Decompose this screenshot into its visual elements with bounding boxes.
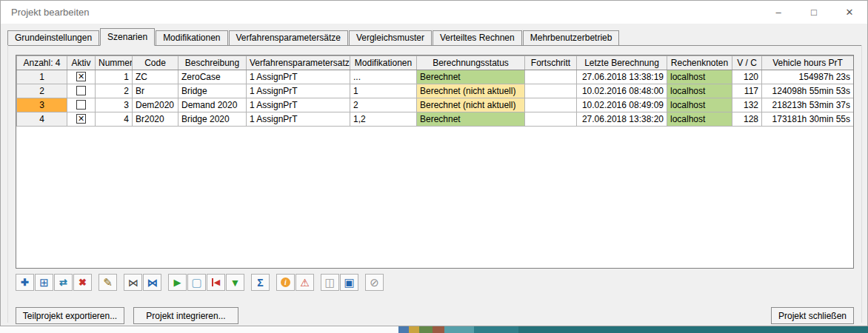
procedure-params-cell[interactable]: 1 AssignPrT [247,70,350,84]
info-icon: i [281,278,290,287]
description-cell[interactable]: ZeroCase [178,70,247,84]
reset-button[interactable]: ◀ [207,274,225,291]
number-cell[interactable]: 3 [96,98,133,112]
stop-button[interactable]: ▢ [187,274,206,291]
active-checkbox[interactable]: ✕ [76,100,86,110]
title-bar[interactable]: Projekt bearbeiten – □ ✕ [1,1,867,24]
last-calc-cell[interactable]: 27.06.2018 13:38:20 [577,112,667,127]
code-cell[interactable]: Br [133,84,178,98]
add-multi-button[interactable]: ⊞ [35,274,53,291]
compare-outline-button[interactable]: ⋈ [124,274,142,291]
compute-node-cell[interactable]: localhost [667,70,732,84]
description-cell[interactable]: Bridge [178,84,247,98]
warning-button[interactable]: ⚠ [296,274,314,291]
column-header-aktiv[interactable]: Aktiv [67,56,96,70]
column-header-modifikationen[interactable]: Modifikationen [350,56,417,70]
tab-mehrbenutzerbetrieb[interactable]: Mehrbenutzerbetrieb [523,30,620,45]
description-cell[interactable]: Bridge 2020 [178,112,247,127]
status-cell[interactable]: Berechnet (nicht aktuell) [417,84,525,98]
modifications-cell[interactable]: 1 [350,84,417,98]
tab-grundeinstellungen[interactable]: Grundeinstellungen [7,30,99,45]
column-header-vehicle-hours[interactable]: Vehicle hours PrT [762,56,854,70]
column-header-beschreibung[interactable]: Beschreibung [178,56,247,70]
progress-cell[interactable] [525,70,577,84]
description-cell[interactable]: Demand 2020 [178,98,247,112]
progress-cell[interactable] [525,112,577,127]
status-cell[interactable]: Berechnet [417,70,525,84]
compare-filled-button[interactable]: ⋈ [143,274,161,291]
vehicle-hours-cell[interactable]: 124098h 55min 53s [762,84,854,98]
load-result-button[interactable]: ▼ [226,274,244,291]
row-number-cell[interactable]: 4 [17,112,67,127]
code-cell[interactable]: Br2020 [133,112,178,127]
active-checkbox[interactable]: ✕ [76,114,86,124]
number-cell[interactable]: 4 [96,112,133,127]
progress-cell[interactable] [525,98,577,112]
column-header-verfahrensparametersatz[interactable]: Verfahrensparametersatz [247,56,350,70]
add-button[interactable]: ✚ [16,274,34,291]
tab-szenarien[interactable]: Szenarien [100,28,155,46]
code-cell[interactable]: ZC [133,70,178,84]
vc-cell[interactable]: 128 [732,112,762,127]
vc-cell[interactable]: 132 [732,98,762,112]
row-number-cell[interactable]: 1 [17,70,67,84]
vc-cell[interactable]: 120 [732,70,762,84]
tab-verteiltes-rechnen[interactable]: Verteiltes Rechnen [433,30,522,45]
last-calc-cell[interactable]: 10.02.2016 08:48:00 [577,84,667,98]
procedure-params-cell[interactable]: 1 AssignPrT [247,98,350,112]
procedure-params-cell[interactable]: 1 AssignPrT [247,84,350,98]
transfer-button[interactable]: ⇄ [54,274,73,291]
toolbar-group-readonly: ⊘ [365,274,384,291]
column-header-rechenknoten[interactable]: Rechenknoten [667,56,732,70]
column-header-berechnungsstatus[interactable]: Berechnungsstatus [417,56,525,70]
vehicle-hours-cell[interactable]: 154987h 23s [762,70,854,84]
info-button[interactable]: i [276,274,295,291]
tab-vergleichsmuster[interactable]: Vergleichsmuster [349,30,432,45]
number-cell[interactable]: 1 [96,70,133,84]
column-header-vc[interactable]: V / C [732,56,762,70]
number-cell[interactable]: 2 [96,84,133,98]
close-button[interactable]: ✕ [832,1,867,24]
procedure-params-cell[interactable]: 1 AssignPrT [247,112,350,127]
modifications-cell[interactable]: 2 [350,98,417,112]
readonly-button[interactable]: ⊘ [365,274,384,291]
modifications-cell[interactable]: ... [350,70,417,84]
tab-verfahrensparametersaetze[interactable]: Verfahrensparametersätze [229,30,348,45]
status-cell[interactable]: Berechnet (nicht aktuell) [417,98,525,112]
column-header-count[interactable]: Anzahl: 4 [17,56,67,70]
vehicle-hours-cell[interactable]: 173181h 30min 55s [762,112,854,127]
column-header-nummer[interactable]: Nummer [96,56,133,70]
run-button[interactable]: ▶ [168,274,187,291]
last-calc-cell[interactable]: 10.02.2016 08:49:09 [577,98,667,112]
compute-node-cell[interactable]: localhost [667,112,732,127]
column-header-fortschritt[interactable]: Fortschritt [525,56,577,70]
column-header-letzte-berechnung[interactable]: Letzte Berechnung [577,56,667,70]
modifications-cell[interactable]: 1,2 [350,112,417,127]
row-number-cell[interactable]: 2 [17,84,67,98]
sum-button[interactable]: Σ [251,274,270,291]
compare-networks-icon: ◫ [324,276,335,289]
compare-networks-button[interactable]: ◫ [321,274,339,291]
save-button[interactable]: ▣ [340,274,358,291]
vc-cell[interactable]: 117 [732,84,762,98]
integrate-project-button[interactable]: Projekt integrieren... [133,307,238,324]
row-number-cell[interactable]: 3 [17,98,67,112]
compute-node-cell[interactable]: localhost [667,98,732,112]
compute-node-cell[interactable]: localhost [667,84,732,98]
edit-button[interactable]: ✎ [99,274,117,291]
active-checkbox[interactable]: ✕ [76,86,86,95]
minimize-button[interactable]: – [761,1,796,24]
column-header-code[interactable]: Code [133,56,178,70]
status-cell[interactable]: Berechnet [417,112,525,127]
last-calc-cell[interactable]: 27.06.2018 13:38:19 [577,70,667,84]
delete-button[interactable]: ✖ [73,274,92,291]
export-subproject-button[interactable]: Teilprojekt exportieren... [16,307,124,324]
vehicle-hours-cell[interactable]: 218213h 53min 37s [762,98,854,112]
progress-cell[interactable] [525,84,577,98]
active-checkbox[interactable]: ✕ [76,72,86,81]
close-project-button[interactable]: Projekt schließen [771,307,854,324]
maximize-button[interactable]: □ [796,1,832,24]
tab-modifikationen[interactable]: Modifikationen [156,30,227,45]
save-icon: ▣ [344,276,354,289]
code-cell[interactable]: Dem2020 [133,98,178,112]
